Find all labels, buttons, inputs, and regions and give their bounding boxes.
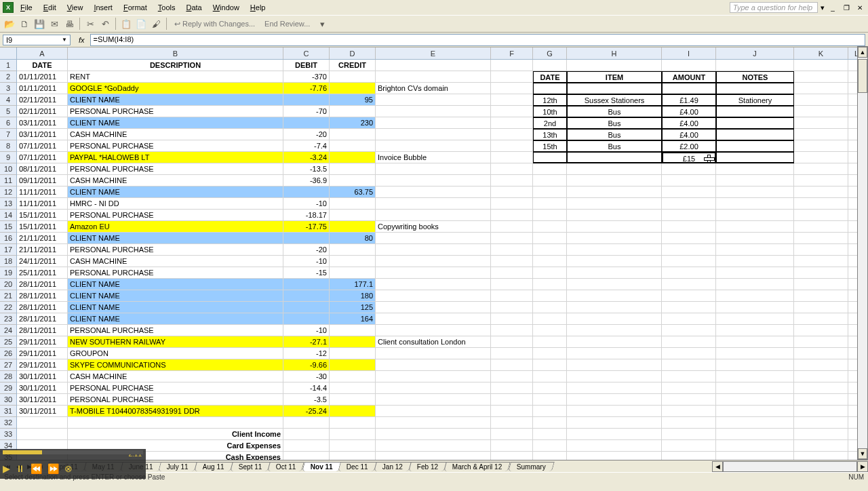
cell[interactable] [330, 210, 376, 221]
cell[interactable] [567, 198, 662, 210]
cell[interactable] [491, 186, 533, 198]
cell[interactable] [533, 233, 567, 244]
cell[interactable]: -17.75 [283, 221, 330, 233]
cell[interactable] [567, 302, 662, 313]
row-header[interactable]: 26 [0, 348, 16, 359]
cell[interactable] [330, 221, 376, 233]
cell[interactable] [491, 129, 533, 140]
cell[interactable] [794, 290, 848, 302]
cell[interactable]: CLIENT NAME [68, 117, 283, 129]
cell[interactable] [491, 359, 533, 371]
cell[interactable] [567, 325, 662, 336]
cell[interactable] [662, 382, 716, 394]
cell[interactable] [283, 290, 330, 302]
cell[interactable] [662, 163, 716, 175]
col-header[interactable]: J [716, 47, 794, 59]
cell[interactable]: 180 [330, 290, 376, 302]
cell[interactable] [716, 394, 794, 406]
cell[interactable]: 03/11/2011 [17, 129, 68, 140]
cell[interactable] [567, 221, 662, 233]
col-header[interactable]: I [662, 47, 716, 59]
cell[interactable]: -27.1 [283, 336, 330, 348]
cell[interactable] [662, 406, 716, 417]
cell[interactable]: -3.5 [283, 394, 330, 406]
cell[interactable]: CASH MACHINE [68, 175, 283, 186]
cell[interactable]: GROUPON [68, 348, 283, 359]
cell[interactable] [491, 406, 533, 417]
cell[interactable]: 230 [330, 117, 376, 129]
cell[interactable] [491, 336, 533, 348]
cell[interactable] [716, 302, 794, 313]
cell[interactable]: Brighton CVs domain [376, 83, 491, 94]
cell[interactable] [716, 106, 794, 117]
cell[interactable] [491, 348, 533, 359]
cell[interactable] [794, 313, 848, 325]
cell[interactable] [567, 267, 662, 279]
cell[interactable] [567, 175, 662, 186]
cell[interactable]: 80 [330, 233, 376, 244]
cell[interactable]: SKYPE COMMUNICATIONS [68, 359, 283, 371]
undo-icon[interactable]: ↶ [98, 17, 112, 31]
cell[interactable] [330, 163, 376, 175]
cell[interactable] [533, 359, 567, 371]
scroll-up-icon[interactable]: ▲ [858, 47, 867, 58]
cell[interactable]: 21/11/2011 [17, 244, 68, 256]
cell[interactable] [376, 210, 491, 221]
cell[interactable] [716, 117, 794, 129]
cell[interactable] [491, 140, 533, 152]
cell[interactable] [794, 83, 848, 94]
row-header[interactable]: 4 [0, 94, 16, 106]
cell[interactable] [330, 394, 376, 406]
cell[interactable] [662, 233, 716, 244]
cell[interactable] [716, 83, 794, 94]
cell[interactable] [567, 186, 662, 198]
cell[interactable] [794, 140, 848, 152]
cell[interactable]: CASH MACHINE [68, 256, 283, 267]
cell[interactable]: PERSONAL PURCHASE [68, 267, 283, 279]
cell[interactable] [794, 394, 848, 406]
cell[interactable] [491, 290, 533, 302]
cell[interactable]: 07/11/2011 [17, 140, 68, 152]
row-header[interactable]: 11 [0, 175, 16, 186]
cell[interactable]: £4.00 [662, 129, 716, 140]
cell[interactable] [376, 198, 491, 210]
cell[interactable] [716, 244, 794, 256]
cell[interactable]: Bus [567, 140, 662, 152]
cell[interactable]: 63.75 [330, 186, 376, 198]
cell[interactable]: -20 [283, 129, 330, 140]
cell[interactable]: -10 [283, 198, 330, 210]
cell[interactable]: PERSONAL PURCHASE [68, 244, 283, 256]
cell[interactable]: 12th [533, 94, 567, 106]
name-box[interactable]: I9 ▼ [3, 35, 71, 45]
row-header[interactable]: 28 [0, 371, 16, 382]
sheet-tab[interactable]: Aug 11 [194, 462, 233, 471]
cell[interactable] [491, 244, 533, 256]
cell[interactable]: 28/11/2011 [17, 313, 68, 325]
cell[interactable] [491, 452, 533, 460]
row-header[interactable]: 23 [0, 313, 16, 325]
cell[interactable]: 28/11/2011 [17, 290, 68, 302]
cell[interactable] [533, 325, 567, 336]
cell[interactable] [794, 129, 848, 140]
cell[interactable] [794, 244, 848, 256]
cell[interactable]: Copywriting books [376, 221, 491, 233]
cell[interactable] [491, 233, 533, 244]
cell[interactable] [716, 417, 794, 429]
cell[interactable] [662, 186, 716, 198]
cell[interactable] [662, 452, 716, 460]
cell[interactable] [330, 371, 376, 382]
cell[interactable] [533, 60, 567, 71]
cell[interactable] [283, 117, 330, 129]
sheet-tab[interactable]: Feb 12 [408, 462, 447, 471]
cell[interactable] [716, 359, 794, 371]
cell[interactable]: 21/11/2011 [17, 233, 68, 244]
new-doc-icon[interactable]: 🗋 [18, 17, 31, 31]
cell[interactable] [662, 221, 716, 233]
cell[interactable]: Bus [567, 129, 662, 140]
cell[interactable] [716, 440, 794, 452]
cell[interactable]: -7.4 [283, 140, 330, 152]
cell[interactable] [376, 302, 491, 313]
cell[interactable] [491, 152, 533, 163]
cell[interactable] [491, 117, 533, 129]
cell[interactable]: 11/11/2011 [17, 186, 68, 198]
